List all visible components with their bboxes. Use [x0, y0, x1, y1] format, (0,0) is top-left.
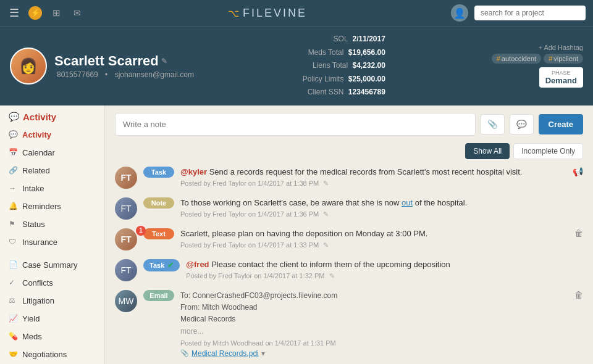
avatar-1: FT [115, 167, 137, 189]
checkmark-icon: ✔ [167, 261, 174, 270]
grid-button[interactable]: ⊞ [49, 6, 63, 20]
mail-icon: ✉ [74, 8, 81, 18]
task-text-4: Please contact the client to inform them… [211, 260, 450, 269]
mail-button[interactable]: ✉ [70, 6, 84, 20]
activity-text-3: Scarlett, please plan on having the depo… [180, 228, 568, 239]
sidebar-item-meds-label: Meds [22, 332, 42, 341]
case-stats: SOL 2/11/2017 Meds Total $19,656.00 Lien… [303, 33, 385, 99]
edit-link-3[interactable]: ✎ [323, 241, 329, 249]
edit-name-icon[interactable]: ✎ [161, 57, 167, 65]
sidebar-item-yield[interactable]: 📈 Yield [0, 310, 104, 328]
phase-box: Phase Demand [539, 67, 583, 88]
negotiations-icon: 🤝 [9, 350, 17, 358]
badge-text-1: Text [143, 228, 174, 239]
comment-icon: 💬 [516, 120, 527, 129]
client-email: sjohannsen@gmail.com [115, 70, 194, 79]
policy-row: Policy Limits $25,000.00 [303, 73, 385, 86]
calendar-icon: 📅 [9, 148, 17, 157]
comment-button[interactable]: 💬 [510, 114, 534, 134]
edit-link-4[interactable]: ✎ [329, 272, 335, 279]
megaphone-icon[interactable]: 📢 [573, 167, 583, 176]
sidebar-item-related[interactable]: 🔗 Related [0, 162, 104, 180]
create-button[interactable]: Create [539, 114, 583, 134]
ssn-row: Client SSN 123456789 [303, 86, 385, 99]
mention-fred: @fred [186, 260, 209, 269]
project-search-input[interactable] [474, 6, 586, 20]
email-subject: Medical Records [180, 313, 568, 325]
sidebar-item-case-summary[interactable]: 📄 Case Summary [0, 256, 104, 274]
edit-link-2[interactable]: ✎ [323, 210, 329, 218]
attachment-chevron-icon[interactable]: ▾ [261, 349, 265, 358]
attach-button[interactable]: 📎 [481, 114, 505, 134]
nav-left: ☰ ⚡ ⊞ ✉ [7, 6, 84, 20]
activity-content-3: Scarlett, please plan on having the depo… [180, 228, 568, 249]
client-phone: 8015577669 [57, 70, 98, 79]
task-badge-1: Task [143, 167, 174, 178]
activity-text-1: @kyler Send a records request for the me… [180, 167, 566, 178]
sidebar-item-case-summary-label: Case Summary [22, 260, 78, 270]
activity-item-task-2: FT Task ✔ @fred Please contact the clien… [115, 259, 583, 281]
activity-meta-2: Posted by Fred Taylor on 1/4/2017 at 1:3… [180, 210, 583, 218]
sidebar-item-litigation-label: Litigation [22, 296, 54, 305]
sidebar-item-status[interactable]: ⚑ Status [0, 215, 104, 233]
trash-icon-5[interactable]: 🗑 [574, 290, 583, 300]
attachment-icon: 📎 [180, 349, 189, 357]
conflicts-icon: ✓ [9, 278, 17, 287]
user-avatar[interactable]: 👤 [451, 4, 468, 22]
sol-value: 2/11/2017 [352, 35, 385, 43]
text-body-3: Scarlett, please plan on having the depo… [180, 229, 427, 238]
activity-text-4: @fred Please contact the client to infor… [186, 259, 583, 270]
sidebar-item-negotiations[interactable]: 🤝 Negotiations [0, 345, 104, 363]
tag-autoccident[interactable]: #autoccident [492, 54, 541, 64]
main-layout: 💬 Activity 💬 Activity 📅 Calendar 🔗 Relat… [0, 105, 593, 364]
hamburger-button[interactable]: ☰ [7, 6, 21, 20]
status-icon: ⚑ [9, 220, 17, 228]
show-all-button[interactable]: Show All [465, 143, 510, 159]
ssn-label: Client SSN [308, 88, 344, 96]
avatar-3: FT [115, 228, 137, 250]
activity-meta-3: Posted by Fred Taylor on 1/4/2017 at 1:3… [180, 241, 568, 249]
trash-icon-3[interactable]: 🗑 [574, 228, 583, 238]
sidebar-item-litigation[interactable]: ⚖ Litigation [0, 292, 104, 310]
activity-text-2: To those working on Scarlett's case, be … [180, 197, 583, 209]
sidebar-section-header: 💬 Activity [0, 105, 104, 126]
email-to: To: ConnerCrashedFC03@projects.filevine.… [180, 290, 568, 302]
badge-task-1: Task [143, 167, 174, 178]
add-hashtag-button[interactable]: + Add Hashtag [539, 44, 583, 51]
hashtag-tags: #autoccident #vipclient [492, 54, 583, 64]
paperclip-icon: 📎 [487, 120, 498, 129]
note-input[interactable] [115, 113, 476, 136]
sidebar-item-status-label: Status [22, 220, 45, 229]
phase-value: Demand [545, 76, 577, 85]
related-icon: 🔗 [9, 166, 17, 175]
out-link[interactable]: out [402, 198, 413, 207]
attachment-link[interactable]: Medical Records.pdi [191, 349, 259, 358]
policy-value: $25,000.00 [348, 75, 385, 83]
activity-item-note-1: FT Note To those working on Scarlett's c… [115, 197, 583, 220]
task-text-1: Send a records request for the medical r… [209, 167, 523, 176]
nav-right: 👤 [451, 4, 586, 22]
sidebar-item-insurance[interactable]: 🛡 Insurance [0, 233, 104, 251]
sidebar-item-calendar[interactable]: 📅 Calendar [0, 144, 104, 162]
email-more[interactable]: more... [180, 326, 568, 337]
meds-value: $19,656.00 [348, 48, 385, 57]
badge-note-1: Note [143, 197, 174, 209]
sidebar-item-yield-label: Yield [22, 314, 40, 323]
hamburger-icon: ☰ [9, 6, 19, 20]
email-content: To: ConnerCrashedFC03@projects.filevine.… [180, 290, 568, 337]
incomplete-only-button[interactable]: Incomplete Only [513, 143, 583, 159]
sidebar-item-reminders[interactable]: 🔔 Reminders [0, 197, 104, 215]
meds-row: Meds Total $19,656.00 [303, 46, 385, 60]
tag-vipclient[interactable]: #vipclient [544, 54, 583, 64]
note-input-row: 📎 💬 Create [115, 113, 583, 136]
note-text-2b: of the hospital. [415, 198, 468, 207]
sidebar-item-meds[interactable]: 💊 Meds [0, 328, 104, 345]
grid-icon: ⊞ [53, 7, 61, 19]
bolt-icon: ⚡ [31, 9, 40, 17]
activity-item-text-1: FT 1 Text Scarlett, please plan on havin… [115, 228, 583, 250]
sidebar-item-activity[interactable]: 💬 Activity [0, 126, 104, 144]
sidebar-item-intake[interactable]: → Intake [0, 180, 104, 197]
edit-link-1[interactable]: ✎ [323, 180, 329, 187]
sidebar-item-conflicts[interactable]: ✓ Conflicts [0, 274, 104, 292]
app-icon[interactable]: ⚡ [28, 6, 42, 20]
